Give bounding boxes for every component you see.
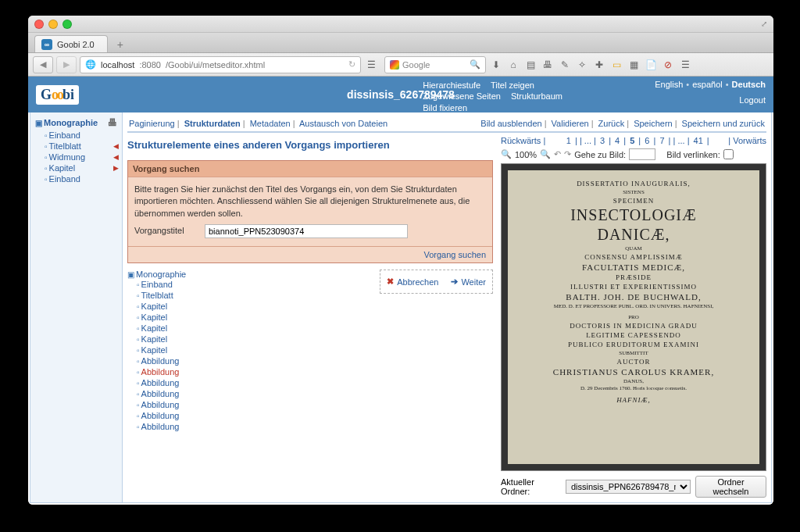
window-fullscreen-icon[interactable]: ⤢	[761, 20, 767, 28]
structure-sidebar: ▣Monographie 🖶 ▫Einband▫Titelblatt◀▫Widm…	[30, 112, 123, 502]
result-tree-item[interactable]: ▫Abbildung	[137, 377, 186, 388]
pager-page[interactable]: 5	[628, 136, 636, 145]
action-validieren[interactable]: Validieren	[552, 119, 589, 128]
link-titel-zeigen[interactable]: Titel zeigen	[491, 80, 534, 90]
page-icon[interactable]: 📄	[644, 58, 658, 72]
sidebar-item[interactable]: ▫Kapitel▶	[45, 162, 119, 173]
link-strukturbaum[interactable]: Strukturbaum	[511, 91, 562, 101]
next-button[interactable]: ➔Weiter	[451, 277, 486, 287]
cancel-button[interactable]: ✖Abbrechen	[387, 277, 438, 287]
download-icon[interactable]: ⬇	[489, 58, 503, 72]
sidebar-item[interactable]: ▫Widmung◀	[45, 152, 119, 162]
pager-page[interactable]: 3	[598, 136, 606, 145]
search-panel: Vorgang suchen Bitte tragen Sie hier zun…	[127, 160, 493, 263]
folder-select[interactable]: dissinsis_PPN626789478_media	[566, 480, 691, 494]
page-icon: ▫	[137, 302, 140, 311]
pager-page[interactable]: 1	[565, 136, 573, 145]
page-icon: ▫	[45, 131, 48, 140]
result-tree-item[interactable]: ▫Abbildung	[137, 366, 186, 377]
browser-tab[interactable]: ∞ Goobi 2.0	[34, 35, 108, 52]
page-forward-link[interactable]: Vorwärts	[733, 136, 766, 145]
share-icon[interactable]: ✧	[575, 58, 589, 72]
sidebar-item[interactable]: ▫Einband	[45, 173, 119, 184]
clip-icon[interactable]: ✚	[592, 58, 606, 72]
reload-icon[interactable]: ↻	[348, 59, 355, 70]
result-tree-item[interactable]: ▫Kapitel	[137, 301, 186, 312]
rotate-right-icon[interactable]: ↷	[564, 149, 571, 159]
lang-es[interactable]: español	[692, 80, 723, 89]
page-icon: ▫	[137, 412, 140, 420]
search-placeholder: Google	[402, 60, 430, 70]
sidebar-item[interactable]: ▫Einband	[45, 130, 119, 141]
pager-page[interactable]: 6	[643, 136, 651, 145]
page-scan[interactable]: DISSERTATIO INAUGURALIS, SISTENS SPECIME…	[501, 163, 766, 471]
pager-page[interactable]: 7	[658, 136, 666, 145]
action-zurueck[interactable]: Zurück	[598, 119, 625, 128]
rotate-left-icon[interactable]: ↶	[554, 149, 561, 159]
action-bild-ausblenden[interactable]: Bild ausblenden	[480, 119, 541, 128]
result-tree-item[interactable]: ▫Abbildung	[137, 421, 186, 432]
menu-icon[interactable]: ☰	[678, 58, 692, 72]
action-speichern-zurueck[interactable]: Speichern und zurück	[682, 119, 765, 128]
app-viewport: Goobi dissinsis_626789478 Hierarchiestuf…	[28, 77, 773, 505]
result-tree-item[interactable]: ▫Kapitel	[137, 345, 186, 355]
scan-content: DISSERTATIO INAUGURALIS, SISTENS SPECIME…	[508, 170, 759, 464]
browser-tabstrip: ∞ Goobi 2.0 +	[28, 33, 773, 53]
bookmarks-icon[interactable]: ▤	[523, 58, 538, 72]
edit-icon[interactable]: ✎	[558, 58, 572, 72]
link-zugewiesene-seiten[interactable]: Zugewiesene Seiten	[423, 91, 501, 101]
sidebar-root[interactable]: Monographie	[44, 118, 98, 127]
folder-change-button[interactable]: Ordner wechseln	[695, 476, 766, 498]
tab-title: Goobi 2.0	[57, 40, 95, 49]
lang-de[interactable]: Deutsch	[732, 80, 766, 89]
result-tree-item[interactable]: ▫Einband	[137, 279, 186, 290]
page-icon: ▫	[137, 379, 140, 387]
search-bar[interactable]: Google 🔍	[384, 56, 486, 73]
link-hierarchiestufe[interactable]: Hierarchiestufe	[423, 80, 480, 90]
result-tree-item[interactable]: ▫Titelblatt	[137, 290, 186, 301]
devtools-icon[interactable]: ▦	[627, 58, 641, 72]
result-tree-item[interactable]: ▫Kapitel	[137, 334, 186, 345]
result-tree-item[interactable]: ▫Abbildung	[137, 410, 186, 421]
link-bild-fixieren[interactable]: Bild fixieren	[423, 103, 467, 112]
vorgangstitel-input[interactable]	[205, 224, 408, 238]
lang-en[interactable]: English	[655, 80, 683, 89]
app-logo[interactable]: Goobi	[36, 85, 79, 105]
tab-paginierung[interactable]: Paginierung	[129, 119, 175, 128]
url-port: :8080	[139, 60, 161, 70]
window-minimize-button[interactable]	[48, 20, 58, 29]
url-bar[interactable]: 🌐 localhost:8080/Goobi/ui/metseditor.xht…	[80, 56, 361, 73]
reader-icon[interactable]: ☰	[364, 58, 378, 72]
action-speichern[interactable]: Speichern	[634, 119, 673, 128]
tab-austausch[interactable]: Austausch von Dateien	[299, 119, 388, 128]
window-titlebar: ⤢	[28, 16, 773, 33]
folder-icon[interactable]: ▭	[609, 58, 623, 72]
new-tab-button[interactable]: +	[112, 37, 128, 52]
window-close-button[interactable]	[34, 20, 44, 29]
result-tree-item[interactable]: ▫Abbildung	[137, 399, 186, 410]
sidebar-item[interactable]: ▫Titelblatt◀	[45, 141, 119, 152]
tab-strukturdaten[interactable]: Strukturdaten	[184, 119, 241, 128]
zoom-in-icon[interactable]: 🔍	[540, 149, 551, 159]
result-tree-item[interactable]: ▫Abbildung	[137, 388, 186, 399]
nav-forward-button[interactable]: ▶	[56, 56, 77, 73]
adblock-icon[interactable]: ⊘	[661, 58, 675, 72]
result-tree-item[interactable]: ▫Abbildung	[137, 355, 186, 366]
link-image-checkbox[interactable]	[723, 149, 734, 159]
zoom-out-icon[interactable]: 🔍	[501, 149, 512, 159]
logout-link[interactable]: Logout	[739, 95, 766, 105]
pager-page[interactable]: 4	[613, 136, 621, 145]
page-back-link[interactable]: Rückwärts	[501, 136, 541, 145]
printer-icon[interactable]: 🖶	[108, 117, 117, 128]
tab-metadaten[interactable]: Metadaten	[250, 119, 291, 128]
result-root[interactable]: Monographie	[136, 270, 186, 279]
print-icon[interactable]: 🖶	[541, 58, 555, 72]
pager-page[interactable]: 41	[692, 136, 705, 145]
goto-input[interactable]	[629, 148, 655, 160]
result-tree-item[interactable]: ▫Kapitel	[137, 323, 186, 334]
vorgang-suchen-link[interactable]: Vorgang suchen	[423, 250, 486, 259]
home-icon[interactable]: ⌂	[506, 58, 520, 72]
window-zoom-button[interactable]	[62, 20, 72, 29]
result-tree-item[interactable]: ▫Kapitel	[137, 312, 186, 323]
nav-back-button[interactable]: ◀	[33, 56, 53, 73]
